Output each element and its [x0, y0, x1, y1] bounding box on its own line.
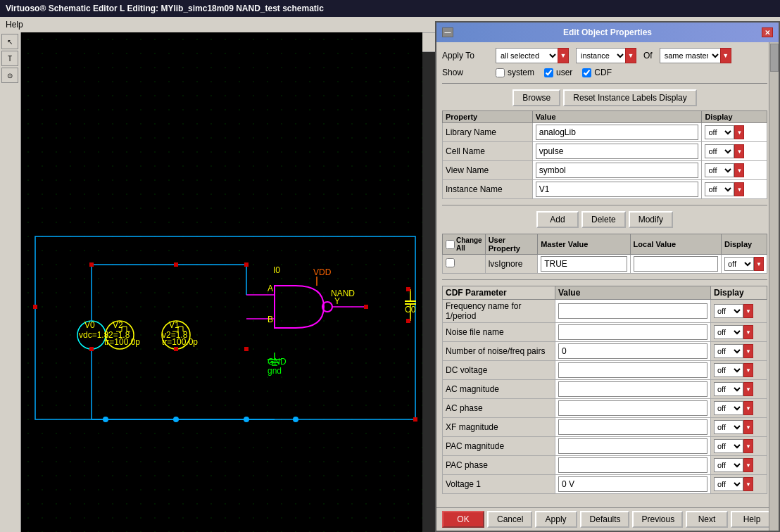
cdf-display-select-1[interactable]: off: [714, 325, 743, 339]
cdf-param-input-8[interactable]: [558, 457, 707, 473]
cdf-display-dropdown-1[interactable]: ▼: [743, 325, 753, 339]
modify-button[interactable]: Modify: [629, 211, 673, 228]
dialog-close-btn[interactable]: ✕: [762, 27, 773, 37]
lvsignore-master-value: [538, 255, 630, 274]
bottom-buttons: OK Cancel Apply Defaults Previous Next H…: [436, 507, 779, 531]
cdf-display-select-3[interactable]: off: [714, 363, 743, 377]
cdf-display-select-7[interactable]: off: [714, 439, 743, 453]
defaults-button[interactable]: Defaults: [580, 511, 629, 528]
cdf-display-dropdown-3[interactable]: ▼: [743, 363, 753, 377]
cdf-display-dropdown-7[interactable]: ▼: [743, 439, 753, 453]
cdf-param-input-9[interactable]: [558, 476, 707, 492]
cdf-display-select-9[interactable]: off: [714, 477, 743, 491]
cdf-display-select-2[interactable]: off: [714, 344, 743, 358]
svg-rect-49: [174, 347, 178, 351]
view-name-input[interactable]: [536, 163, 699, 178]
dialog-minimize-btn[interactable]: —: [442, 27, 453, 37]
cdf-param-input-7[interactable]: [558, 438, 707, 454]
instance-select[interactable]: instance: [576, 48, 627, 63]
cdf-display-col: Display: [711, 286, 767, 300]
lvsignore-display-cell: off ▼: [721, 255, 767, 274]
menu-help[interactable]: Help: [6, 20, 23, 30]
svg-point-43: [173, 417, 179, 422]
ok-button[interactable]: OK: [442, 511, 484, 528]
cdf-param-display-cell-2: off▼: [711, 342, 767, 361]
cdf-param-input-4[interactable]: [558, 381, 707, 397]
library-name-input[interactable]: [536, 125, 699, 140]
reset-button[interactable]: Reset Instance Labels Display: [563, 89, 696, 106]
lvsignore-master-input[interactable]: [541, 256, 627, 272]
instance-name-display-dropdown[interactable]: ▼: [734, 182, 744, 196]
display-col-header: Display: [702, 111, 767, 123]
lvsignore-display-dropdown[interactable]: ▼: [754, 257, 764, 271]
cdf-param-input-5[interactable]: [558, 400, 707, 416]
of-dropdown[interactable]: ▼: [720, 48, 731, 63]
library-name-display-select[interactable]: off: [705, 125, 734, 139]
cdf-display-dropdown-4[interactable]: ▼: [743, 382, 753, 396]
cdf-display-select-5[interactable]: off: [714, 401, 743, 415]
of-select[interactable]: same master: [660, 48, 722, 63]
cdf-display-dropdown-5[interactable]: ▼: [743, 401, 753, 415]
schematic-area[interactable]: A B Y NAND VDD I0 GND gnd V0 vdc=1.8 V1 …: [21, 32, 422, 532]
add-button[interactable]: Add: [536, 211, 579, 228]
show-user-checkbox[interactable]: [544, 68, 553, 77]
cell-name-input[interactable]: [536, 144, 699, 159]
side-btn-text[interactable]: T: [1, 51, 18, 66]
view-name-display-select[interactable]: off: [705, 163, 734, 177]
show-cdf-checkbox[interactable]: [582, 68, 591, 77]
cdf-display-dropdown-9[interactable]: ▼: [743, 477, 753, 491]
cdf-display-dropdown-2[interactable]: ▼: [743, 344, 753, 358]
svg-point-44: [244, 417, 249, 422]
cdf-param-input-0[interactable]: [558, 303, 707, 319]
show-user-label: user: [556, 68, 572, 77]
cdf-display-select-4[interactable]: off: [714, 382, 743, 396]
library-name-display-dropdown[interactable]: ▼: [734, 125, 744, 139]
browse-button[interactable]: Browse: [512, 89, 560, 106]
help-button[interactable]: Help: [731, 511, 773, 528]
cdf-param-row: Voltage 1off▼: [443, 475, 767, 494]
lvsignore-local-input[interactable]: [634, 256, 718, 272]
instance-dropdown[interactable]: ▼: [625, 48, 636, 63]
cell-name-value-cell: [532, 142, 702, 161]
instance-name-input[interactable]: [536, 182, 699, 197]
user-prop-col: User Property: [485, 234, 538, 255]
lvsignore-display-select[interactable]: off: [724, 257, 754, 271]
cdf-param-value-cell-4: [555, 380, 711, 399]
cell-name-display-cell: off ▼: [702, 142, 767, 161]
delete-button[interactable]: Delete: [581, 211, 626, 228]
cdf-display-dropdown-8[interactable]: ▼: [743, 458, 753, 472]
cdf-param-input-6[interactable]: [558, 419, 707, 435]
cell-name-display-dropdown[interactable]: ▼: [734, 144, 744, 158]
show-system-checkbox[interactable]: [496, 68, 505, 77]
side-btn-select[interactable]: ↖: [1, 34, 18, 49]
cdf-display-select-0[interactable]: off: [714, 304, 743, 318]
scrollbar-thumb[interactable]: [770, 44, 779, 72]
cdf-param-value-cell-0: [555, 300, 711, 323]
apply-button[interactable]: Apply: [535, 511, 577, 528]
cdf-display-select-8[interactable]: off: [714, 458, 743, 472]
change-all-checkbox[interactable]: [446, 240, 455, 249]
library-name-row: Library Name off ▼: [443, 123, 767, 142]
apply-to-select[interactable]: all selected: [496, 48, 559, 63]
next-button[interactable]: Next: [686, 511, 728, 528]
show-system-row: system: [496, 68, 534, 77]
cdf-param-value-cell-7: [555, 437, 711, 456]
cdf-display-dropdown-0[interactable]: ▼: [743, 304, 753, 318]
apply-to-dropdown[interactable]: ▼: [558, 48, 569, 63]
cdf-param-input-2[interactable]: [558, 343, 707, 359]
instance-name-display-select[interactable]: off: [705, 182, 734, 196]
cdf-param-display-cell-5: off▼: [711, 399, 767, 418]
cdf-display-dropdown-6[interactable]: ▼: [743, 420, 753, 434]
side-btn-probe[interactable]: ⊙: [1, 68, 18, 83]
cell-name-display-select[interactable]: off: [705, 144, 734, 158]
cdf-param-input-3[interactable]: [558, 362, 707, 378]
cdf-param-input-1[interactable]: [558, 324, 707, 340]
cancel-button[interactable]: Cancel: [487, 511, 532, 528]
view-name-display-dropdown[interactable]: ▼: [734, 163, 744, 177]
show-row: Show system user CDF: [442, 68, 767, 77]
show-cdf-label: CDF: [594, 68, 612, 77]
dialog-scrollbar[interactable]: [769, 42, 779, 531]
previous-button[interactable]: Previous: [632, 511, 683, 528]
lvsignore-checkbox[interactable]: [446, 258, 455, 267]
cdf-display-select-6[interactable]: off: [714, 420, 743, 434]
